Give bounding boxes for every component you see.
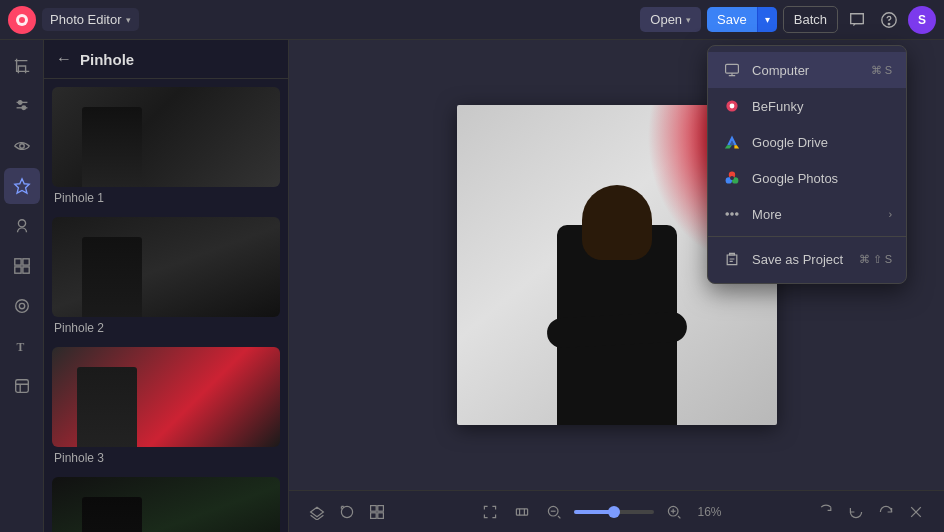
svg-point-14	[731, 213, 733, 215]
film-item-4[interactable]: Pinhole 4	[52, 477, 280, 532]
app-title-label: Photo Editor	[50, 12, 122, 27]
app-title-chevron: ▾	[126, 15, 131, 25]
svg-point-24	[18, 220, 25, 227]
svg-point-12	[730, 176, 734, 180]
zoom-slider[interactable]	[574, 510, 654, 514]
film-label-1: Pinhole 1	[52, 187, 280, 209]
befunky-icon	[722, 96, 742, 116]
svg-rect-35	[371, 512, 377, 518]
crop-view-button[interactable]	[510, 500, 534, 524]
save-menu-more-label: More	[752, 207, 782, 222]
svg-rect-32	[15, 380, 28, 393]
redo-button[interactable]	[874, 500, 898, 524]
history-button[interactable]	[335, 500, 359, 524]
save-menu-gphotos-label: Google Photos	[752, 171, 838, 186]
more-arrow: ›	[888, 208, 892, 220]
svg-point-15	[736, 213, 738, 215]
tool-frames[interactable]	[4, 248, 40, 284]
svg-point-30	[19, 303, 24, 308]
more-icon	[722, 204, 742, 224]
filmstrip-list: Pinhole 1 Pinhole 2 Pinhole 3 Pinhole 4	[44, 79, 288, 532]
svg-marker-7	[735, 145, 740, 148]
film-thumb-4	[52, 477, 280, 532]
topbar: Photo Editor ▾ Open ▾ Save ▾	[0, 0, 944, 40]
film-label-2: Pinhole 2	[52, 317, 280, 339]
svg-point-4	[730, 104, 735, 109]
filmstrip-header: ← Pinhole	[44, 40, 288, 79]
save-menu-item-more[interactable]: More ›	[708, 196, 906, 232]
svg-point-22	[19, 144, 24, 149]
menu-divider	[708, 236, 906, 237]
chat-button[interactable]	[844, 7, 870, 33]
rotate-button[interactable]	[814, 500, 838, 524]
svg-line-46	[678, 516, 680, 518]
film-item-2[interactable]: Pinhole 2	[52, 217, 280, 339]
app-title-button[interactable]: Photo Editor ▾	[42, 8, 139, 31]
svg-rect-26	[22, 259, 28, 265]
layers-button[interactable]	[305, 500, 329, 524]
save-menu-item-computer[interactable]: Computer ⌘ S	[708, 52, 906, 88]
svg-point-1	[19, 17, 25, 23]
save-button-group: Save ▾ Computer ⌘ S	[707, 7, 777, 32]
save-dropdown-menu: Computer ⌘ S BeFunky	[707, 45, 907, 284]
gdrive-icon	[722, 132, 742, 152]
zoom-label: 16%	[694, 505, 726, 519]
batch-button[interactable]: Batch	[783, 6, 838, 33]
svg-rect-33	[371, 505, 377, 511]
batch-label: Batch	[794, 12, 827, 27]
computer-shortcut: ⌘ S	[871, 64, 892, 77]
grid-button[interactable]	[365, 500, 389, 524]
topbar-right: Open ▾ Save ▾ Comp	[640, 6, 936, 34]
tool-graphics[interactable]	[4, 288, 40, 324]
film-item-3[interactable]: Pinhole 3	[52, 347, 280, 469]
film-label-3: Pinhole 3	[52, 447, 280, 469]
film-item-1[interactable]: Pinhole 1	[52, 87, 280, 209]
save-menu-item-project[interactable]: Save as Project ⌘ ⇧ S	[708, 241, 906, 277]
save-menu-item-befunky[interactable]: BeFunky	[708, 88, 906, 124]
undo-button[interactable]	[844, 500, 868, 524]
save-dropdown-chevron: ▾	[765, 14, 770, 25]
film-thumb-1	[52, 87, 280, 187]
svg-text:T: T	[16, 341, 24, 354]
fit-button[interactable]	[478, 500, 502, 524]
open-chevron: ▾	[686, 15, 691, 25]
help-button[interactable]	[876, 7, 902, 33]
bottom-right	[814, 500, 928, 524]
svg-rect-27	[14, 267, 20, 273]
tool-eye[interactable]	[4, 128, 40, 164]
save-button[interactable]: Save	[707, 7, 757, 32]
tool-effects[interactable]	[4, 168, 40, 204]
gphotos-icon	[722, 168, 742, 188]
svg-marker-6	[725, 145, 732, 148]
svg-rect-36	[378, 512, 384, 518]
bottom-left	[305, 500, 389, 524]
svg-point-17	[888, 23, 889, 24]
save-menu-project-label: Save as Project	[752, 252, 843, 267]
computer-icon	[722, 60, 742, 80]
tool-touch[interactable]	[4, 208, 40, 244]
zoom-out-button[interactable]	[542, 500, 566, 524]
tool-text[interactable]: T	[4, 328, 40, 364]
svg-rect-2	[726, 64, 739, 73]
zoom-in-button[interactable]	[662, 500, 686, 524]
close-button[interactable]	[904, 500, 928, 524]
filmstrip-back-button[interactable]: ←	[56, 50, 72, 68]
save-menu-gdrive-label: Google Drive	[752, 135, 828, 150]
tool-crop[interactable]	[4, 48, 40, 84]
save-menu-item-gdrive[interactable]: Google Drive	[708, 124, 906, 160]
svg-point-21	[22, 106, 26, 110]
svg-rect-25	[14, 259, 20, 265]
filmstrip-title: Pinhole	[80, 51, 134, 68]
svg-rect-34	[378, 505, 384, 511]
svg-point-13	[726, 213, 728, 215]
user-avatar[interactable]: S	[908, 6, 936, 34]
svg-marker-23	[14, 179, 28, 193]
save-menu-item-gphotos[interactable]: Google Photos	[708, 160, 906, 196]
film-thumb-3	[52, 347, 280, 447]
filmstrip-panel: ← Pinhole Pinhole 1 Pinhole 2 Pinho	[44, 40, 289, 532]
project-icon	[722, 249, 742, 269]
tool-misc[interactable]	[4, 368, 40, 404]
tool-adjust[interactable]	[4, 88, 40, 124]
save-dropdown-button[interactable]: ▾	[757, 7, 777, 32]
open-button[interactable]: Open ▾	[640, 7, 701, 32]
